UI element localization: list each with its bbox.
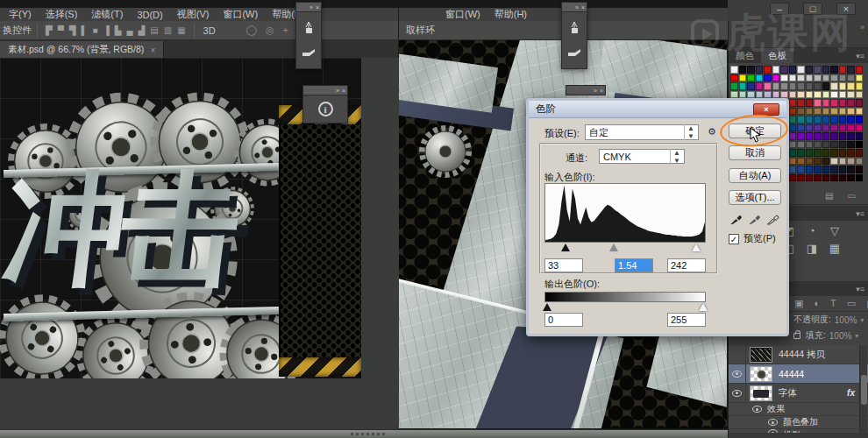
levels-dialog[interactable]: 色阶 × 预设(E): 自定 ▲▼ ⚙ 通道: CMYK ▲▼ 输入色阶(I):… [526,98,789,336]
color-swatch[interactable] [847,108,855,116]
fill-value[interactable]: 100% [829,331,852,341]
preview-checkbox[interactable]: ✓ [729,234,739,244]
color-swatch[interactable] [730,66,738,74]
float-panel-header[interactable]: » × [561,2,587,12]
color-swatch[interactable] [822,108,830,116]
color-swatch[interactable] [806,149,814,157]
menu-item[interactable]: 字(Y) [2,8,39,21]
visibility-eye-icon[interactable] [729,384,746,402]
color-swatch[interactable] [739,91,747,99]
distribute-right-icon[interactable]: ▦ [174,26,188,35]
close-panel-icon[interactable]: × [581,4,585,11]
color-swatch[interactable] [822,82,830,90]
visibility-eye-icon[interactable] [765,416,779,428]
color-swatch[interactable] [806,158,814,166]
color-swatch[interactable] [797,99,805,107]
shadow-input-field[interactable]: 33 [544,258,583,272]
color-swatch[interactable] [822,141,830,149]
collapse-panel-icon[interactable]: » [336,88,339,94]
color-swatch[interactable] [789,74,797,82]
3d-orbit-camera-icon[interactable]: ◯ [242,25,261,36]
distribute-v-centers-icon[interactable]: ▄ [124,26,135,35]
color-swatch[interactable] [797,166,805,173]
distribute-h-centers-icon[interactable]: ▥ [161,26,174,35]
info-icon[interactable]: i [318,102,333,117]
color-swatch[interactable] [814,166,822,173]
preset-options-gear-icon[interactable]: ⚙ [702,124,722,139]
tab-swatches[interactable]: 色板 [761,48,793,63]
color-swatch[interactable] [780,66,788,74]
layer-row[interactable]: 颜色叠加 [729,416,868,429]
preset-select[interactable]: 自定 ▲▼ [585,124,699,140]
floating-info-panel[interactable]: » × i [302,85,348,124]
floating-tool-panel[interactable]: » × [295,2,322,69]
visibility-eye-icon[interactable] [729,364,746,383]
color-swatch[interactable] [806,99,814,107]
color-swatch[interactable] [847,74,855,82]
color-swatch[interactable] [814,108,822,116]
color-swatch[interactable] [839,149,847,157]
color-swatch[interactable] [814,174,822,182]
color-swatch[interactable] [847,158,855,166]
color-swatch[interactable] [789,149,797,157]
show-transform-controls-label[interactable]: 换控件 [3,24,32,37]
layer-row[interactable]: 字体fx▴ [729,384,868,403]
color-swatch[interactable] [856,108,864,116]
visibility-eye-icon[interactable] [750,403,764,415]
color-swatch[interactable] [856,91,864,99]
output-highlight-slider[interactable] [699,303,708,311]
highlight-input-field[interactable]: 242 [667,258,706,272]
color-swatch[interactable] [814,66,822,74]
distribute-bottom-icon[interactable]: ▟ [136,26,148,35]
color-swatch[interactable] [839,141,847,149]
color-swatch[interactable] [806,116,814,124]
layer-row[interactable]: 效果 [729,403,868,416]
color-swatch[interactable] [797,158,805,166]
color-swatch[interactable] [822,66,830,74]
align-top-edges-icon[interactable]: ▌ [79,26,90,35]
filter-shape-layers-icon[interactable]: ▭ [844,299,858,308]
color-swatch[interactable] [730,91,738,99]
color-swatch[interactable] [814,116,822,124]
align-left-edges-icon[interactable]: ▛ [43,26,55,35]
layer-thumbnail[interactable] [750,347,772,363]
color-swatch[interactable] [822,74,830,82]
color-swatch[interactable] [797,149,805,157]
photo-filter-adjustment-icon[interactable]: ◨ [800,240,823,258]
color-swatch[interactable] [830,91,838,99]
menu-item[interactable]: 窗口(W) [438,8,487,21]
color-swatch[interactable] [822,174,830,182]
color-swatch[interactable] [772,66,780,74]
color-swatch[interactable] [797,66,805,74]
color-swatch[interactable] [856,99,864,107]
color-swatch[interactable] [822,166,830,173]
color-swatch[interactable] [747,91,755,99]
color-swatch[interactable] [756,91,764,99]
color-swatch[interactable] [797,74,805,82]
color-swatch[interactable] [830,132,838,140]
shadow-input-slider[interactable] [561,244,570,251]
color-swatch[interactable] [830,108,838,116]
collapse-dock-icon[interactable]: » [860,23,864,32]
menu-item[interactable]: 窗口(W) [216,8,265,21]
output-highlight-field[interactable]: 255 [667,313,706,327]
chevron-down-icon[interactable]: ▾ [860,316,864,324]
color-swatch[interactable] [756,66,764,74]
color-swatch[interactable] [814,99,822,107]
gray-point-eyedropper-icon[interactable] [747,212,762,226]
color-swatch[interactable] [789,174,797,182]
color-swatch[interactable] [856,82,864,90]
color-swatch[interactable] [830,166,838,173]
color-swatch[interactable] [772,91,780,99]
color-swatch[interactable] [839,116,847,124]
3d-pan-camera-icon[interactable]: + [279,25,293,36]
mixer-brush-tool-icon[interactable] [302,21,317,36]
scrollbar-thumb[interactable] [861,375,867,405]
color-swatch[interactable] [814,91,822,99]
input-slider-track[interactable] [544,244,706,254]
color-swatch[interactable] [839,174,847,182]
color-swatch[interactable] [839,124,847,132]
sampling-ring-label[interactable]: 取样环 [406,24,435,37]
color-swatch[interactable] [847,166,855,173]
color-swatch[interactable] [797,82,805,90]
